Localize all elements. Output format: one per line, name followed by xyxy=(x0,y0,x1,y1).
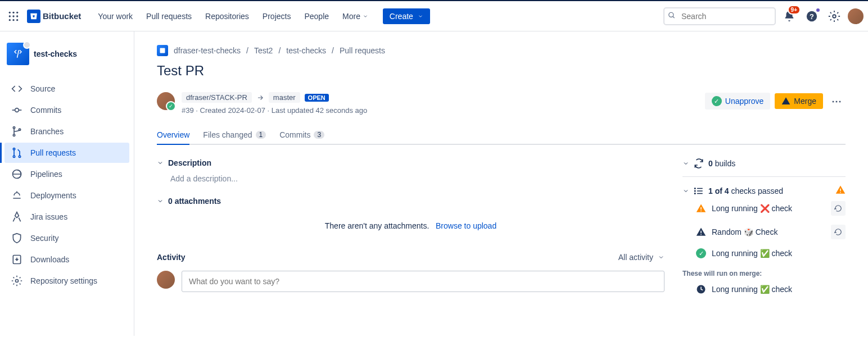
tabs: Overview Files changed 1 Commits 3 xyxy=(157,126,846,145)
pipelines-icon xyxy=(11,168,22,180)
nav-more[interactable]: More xyxy=(337,8,374,24)
breadcrumb-repo[interactable]: test-checks xyxy=(286,46,326,55)
shield-icon xyxy=(11,233,22,244)
sidebar-item-branches[interactable]: Branches xyxy=(4,121,129,142)
tab-overview[interactable]: Overview xyxy=(157,126,189,144)
clock-icon xyxy=(696,284,706,294)
breadcrumb: dfraser-test-checks / Test2 / test-check… xyxy=(157,45,846,56)
chevron-down-icon xyxy=(418,13,423,19)
comment-input[interactable] xyxy=(182,271,664,292)
activity-title: Activity xyxy=(157,253,186,262)
attachments-empty: There aren't any attachments. Browse to … xyxy=(157,212,664,239)
check-name[interactable]: Long running ✅ check xyxy=(712,285,792,294)
help-icon[interactable]: ? xyxy=(803,7,821,25)
warning-dark-icon xyxy=(696,227,706,237)
pr-meta-row: dfraser/STACK-PR master OPEN #39 · Creat… xyxy=(157,92,846,115)
pr-state-badge: OPEN xyxy=(305,94,329,102)
chevron-down-icon xyxy=(682,160,689,167)
warning-icon xyxy=(781,97,790,106)
topbar-right: 9+ ? xyxy=(663,7,864,25)
rerun-button[interactable] xyxy=(831,225,846,239)
chevron-down-icon xyxy=(363,13,368,19)
current-user-avatar xyxy=(157,271,175,289)
author-avatar[interactable] xyxy=(157,92,175,110)
sidebar-item-pipelines[interactable]: Pipelines xyxy=(4,164,129,184)
svg-point-31 xyxy=(695,190,696,192)
activity-input-row xyxy=(157,271,664,292)
bitbucket-logo[interactable]: Bitbucket xyxy=(25,10,83,23)
commit-icon xyxy=(11,104,22,116)
check-name[interactable]: Random 🎲 Check xyxy=(712,227,777,236)
svg-point-22 xyxy=(19,156,20,157)
search-input[interactable] xyxy=(663,7,776,25)
branch-row: dfraser/STACK-PR master OPEN xyxy=(182,92,367,103)
create-button[interactable]: Create xyxy=(383,8,430,24)
activity-filter[interactable]: All activity xyxy=(618,253,664,262)
activity-section: Activity All activity xyxy=(157,253,664,292)
rerun-button[interactable] xyxy=(831,201,846,216)
svg-rect-35 xyxy=(700,207,702,210)
sidebar-item-deployments[interactable]: Deployments xyxy=(4,185,129,206)
nav-pull-requests[interactable]: Pull requests xyxy=(141,8,197,24)
user-avatar[interactable] xyxy=(848,8,864,24)
checks-text: 1 of 4 checks passed xyxy=(708,186,831,195)
jira-icon xyxy=(11,211,22,222)
gear-icon xyxy=(11,275,22,286)
repo-icon xyxy=(7,43,29,65)
top-navigation: Bitbucket Your work Pull requests Reposi… xyxy=(0,0,868,31)
breadcrumb-section[interactable]: Pull requests xyxy=(340,46,385,55)
sidebar-item-commits[interactable]: Commits xyxy=(4,100,129,120)
breadcrumb-separator: / xyxy=(332,46,334,55)
checks-header[interactable]: 1 of 4 checks passed xyxy=(682,185,846,197)
nav-your-work[interactable]: Your work xyxy=(92,8,138,24)
nav-people[interactable]: People xyxy=(299,8,334,24)
svg-point-6 xyxy=(9,19,11,21)
tab-commits[interactable]: Commits 3 xyxy=(279,126,324,144)
breadcrumb-project[interactable]: dfraser-test-checks xyxy=(174,46,241,55)
app-switcher-icon[interactable] xyxy=(4,7,22,25)
content-right: 0 builds 1 of 4 checks passed xyxy=(682,158,846,307)
svg-point-8 xyxy=(16,19,18,21)
builds-text: 0 builds xyxy=(708,159,846,168)
sidebar-item-jira[interactable]: Jira issues xyxy=(4,207,129,227)
merge-check-item: Long running ✅ check xyxy=(682,280,846,299)
breadcrumb-separator: / xyxy=(246,46,248,55)
sidebar-item-pull-requests[interactable]: Pull requests xyxy=(4,143,129,163)
sidebar-item-settings[interactable]: Repository settings xyxy=(4,271,129,291)
main-layout: test-checks Source Commits Branches Pull… xyxy=(0,31,868,336)
check-name[interactable]: Long running ❌ check xyxy=(712,204,792,213)
tab-files-changed[interactable]: Files changed 1 xyxy=(203,126,266,144)
description-placeholder[interactable]: Add a description... xyxy=(157,174,664,183)
sidebar-item-security[interactable]: Security xyxy=(4,228,129,248)
content-left: Description Add a description... 0 attac… xyxy=(157,158,664,307)
more-actions-button[interactable]: ⋯ xyxy=(828,92,846,110)
target-branch[interactable]: master xyxy=(269,92,300,103)
nav-projects[interactable]: Projects xyxy=(257,8,297,24)
content-columns: Description Add a description... 0 attac… xyxy=(157,158,846,307)
help-indicator-dot xyxy=(815,7,821,13)
check-icon: ✓ xyxy=(712,96,722,106)
builds-header[interactable]: 0 builds xyxy=(682,158,846,168)
svg-point-17 xyxy=(13,127,15,129)
breadcrumb-group[interactable]: Test2 xyxy=(254,46,273,55)
bitbucket-icon xyxy=(27,10,40,23)
merge-button[interactable]: Merge xyxy=(775,93,823,109)
sidebar-item-downloads[interactable]: Downloads xyxy=(4,249,129,270)
checklist-icon xyxy=(694,186,704,196)
notifications-icon[interactable]: 9+ xyxy=(780,7,798,25)
unapprove-button[interactable]: ✓ Unapprove xyxy=(705,93,771,110)
search-icon xyxy=(668,11,676,21)
check-name[interactable]: Long running ✅ check xyxy=(712,249,792,258)
attachments-header[interactable]: 0 attachments xyxy=(157,197,664,206)
pull-request-icon xyxy=(11,147,22,158)
settings-icon[interactable] xyxy=(825,7,843,25)
browse-upload-link[interactable]: Browse to upload xyxy=(436,221,496,230)
nav-repositories[interactable]: Repositories xyxy=(200,8,255,24)
page-title: Test PR xyxy=(157,63,846,79)
svg-rect-36 xyxy=(700,211,702,212)
source-branch[interactable]: dfraser/STACK-PR xyxy=(182,92,252,103)
description-header[interactable]: Description xyxy=(157,158,664,167)
sidebar-item-source[interactable]: Source xyxy=(4,79,129,99)
repo-header[interactable]: test-checks xyxy=(4,40,129,67)
search-box xyxy=(663,7,776,25)
